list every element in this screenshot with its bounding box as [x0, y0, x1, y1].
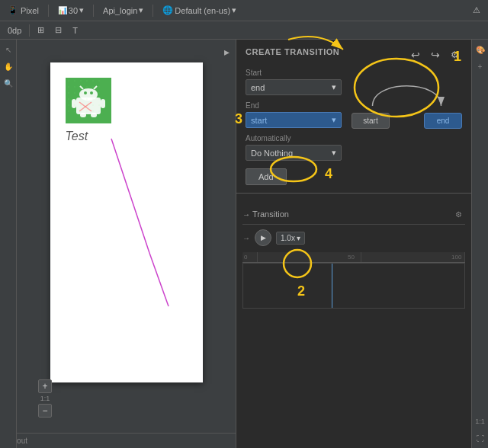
tick-50: 50 [346, 252, 361, 262]
transition-next-btn[interactable]: ↪ [428, 47, 443, 62]
palette-btn[interactable]: 🎨 [474, 43, 487, 56]
api-login-dropdown[interactable]: Api_login ▾ [100, 4, 146, 17]
select-tool[interactable]: ↖ [2, 43, 15, 56]
transition-form-row: Start end ▾ End start ▾ Automatically Do [246, 69, 462, 185]
panel-arrow: ▸ [224, 46, 230, 58]
tick-0: 0 [242, 252, 258, 262]
transition-icon-row: → Transition [242, 210, 289, 219]
toolbar-right: ⚠ [470, 4, 483, 17]
sep-4 [29, 24, 30, 37]
warning-icon: ⚠ [473, 5, 480, 15]
panel-settings-btn[interactable]: ⚙ [451, 207, 465, 221]
bottom-status: Layout [0, 433, 236, 448]
main-area: ↖ ✋ 🔍 ▸ [0, 40, 488, 448]
speed-dropdown[interactable]: 1.0x ▾ [276, 232, 305, 245]
svg-rect-11 [91, 113, 97, 117]
svg-line-15 [149, 253, 169, 306]
tick-spacer [258, 252, 346, 262]
fullscreen-btn[interactable]: ⛶ [474, 431, 487, 445]
timeline-cursor [332, 264, 332, 308]
arrow-icon-2: → [242, 234, 250, 242]
auto-label: Automatically [246, 134, 342, 142]
panel-controls: ⚙ [451, 207, 465, 221]
hand-tool[interactable]: ✋ [2, 59, 15, 73]
svg-rect-8 [72, 99, 76, 108]
right-panel: CREATE TRANSITION ↩ ↪ ⚙ Start end ▾ [236, 40, 471, 448]
left-panel: ↖ ✋ 🔍 ▸ [0, 40, 236, 448]
playback-row: → ▶ 1.0x ▾ [242, 229, 465, 246]
chevron-down-icon-3: ▾ [332, 148, 336, 158]
svg-point-4 [84, 91, 87, 94]
transition-prev-btn[interactable]: ↩ [408, 47, 423, 62]
transition-settings-btn[interactable]: ⚙ [448, 47, 462, 62]
default-locale-dropdown[interactable]: 🌐 Default (en-us) ▾ [159, 4, 239, 17]
spacer [236, 194, 471, 201]
create-transition-panel: CREATE TRANSITION ↩ ↪ ⚙ Start end ▾ [236, 40, 471, 194]
end-dropdown[interactable]: start ▾ [246, 112, 342, 128]
play-button[interactable]: ▶ [255, 229, 271, 246]
top-toolbar: 📱 Pixel 📊 30 ▾ Api_login ▾ 🌐 Default (en… [0, 0, 488, 21]
api-level-dropdown[interactable]: 📊 30 ▾ [55, 4, 87, 17]
second-toolbar: 0dp ⊞ ⊟ T [0, 21, 488, 40]
text-icon: T [72, 26, 78, 35]
panel-header-buttons: ↩ ↪ ⚙ [408, 47, 462, 62]
end-label: End [246, 101, 342, 110]
right-vertical-toolbar: 🎨 + 1:1 ⛶ [471, 40, 488, 448]
add-button[interactable]: Add [246, 168, 287, 185]
svg-line-6 [80, 86, 83, 89]
svg-point-3 [79, 88, 98, 101]
grid-btn[interactable]: ⊞ [34, 24, 47, 37]
phone-icon: 📱 [8, 5, 18, 15]
timeline-wrapper: 0 50 100 [242, 252, 465, 309]
svg-line-14 [111, 139, 149, 253]
chevron-down-icon: ▾ [332, 82, 336, 92]
graph-container: start end [348, 72, 466, 133]
timeline-ruler: 0 50 100 [242, 252, 465, 263]
phone-frame: Test [50, 62, 203, 382]
svg-rect-9 [101, 99, 105, 108]
api-icon: 📊 [58, 6, 67, 14]
zoom-out-btn[interactable]: − [38, 404, 52, 418]
grid-icon: ⊞ [37, 25, 44, 35]
android-logo-box [66, 78, 111, 123]
ratio-btn[interactable]: 1:1 [474, 414, 487, 428]
arrow-icon: → [242, 210, 250, 219]
zero-dp-btn[interactable]: 0dp [5, 24, 24, 37]
align-icon: ⊟ [55, 25, 62, 35]
text-tool-btn[interactable]: T [69, 24, 81, 37]
canvas-area[interactable]: ▸ [17, 40, 236, 433]
align-btn[interactable]: ⊟ [52, 24, 65, 37]
warning-btn[interactable]: ⚠ [470, 4, 483, 17]
separator-3 [152, 5, 153, 17]
graph-area: start end [348, 69, 462, 185]
android-icon [70, 82, 107, 119]
transition-bottom-panel: → Transition ⚙ → ▶ 1.0x ▾ 0 [236, 201, 471, 448]
left-tools: ↖ ✋ 🔍 [0, 40, 17, 448]
test-label: Test [66, 130, 88, 143]
transition-header: → Transition ⚙ [242, 207, 465, 225]
chevron-down-icon-2: ▾ [332, 115, 336, 125]
toolbar-device[interactable]: 📱 Pixel [5, 4, 42, 17]
add-btn-v[interactable]: + [474, 59, 487, 73]
end-node[interactable]: end [424, 113, 462, 129]
zoom-tool[interactable]: 🔍 [2, 76, 15, 90]
separator-1 [48, 5, 49, 17]
auto-dropdown[interactable]: Do Nothing ▾ [246, 145, 342, 161]
zoom-controls: + 1:1 − [38, 379, 52, 418]
chevron-down-icon-4: ▾ [297, 234, 300, 242]
start-label: Start [246, 69, 342, 77]
separator-2 [93, 5, 94, 17]
timeline-track[interactable] [242, 263, 465, 309]
panel-title: CREATE TRANSITION [246, 47, 339, 56]
start-dropdown[interactable]: end ▾ [246, 79, 342, 95]
svg-rect-10 [80, 113, 86, 117]
svg-point-5 [90, 91, 93, 94]
svg-line-7 [94, 86, 97, 89]
form-fields: Start end ▾ End start ▾ Automatically Do [246, 69, 342, 185]
tick-100: 100 [450, 252, 465, 262]
start-node[interactable]: start [352, 113, 390, 129]
zoom-in-btn[interactable]: + [38, 379, 52, 393]
tick-spacer-2 [361, 252, 450, 262]
